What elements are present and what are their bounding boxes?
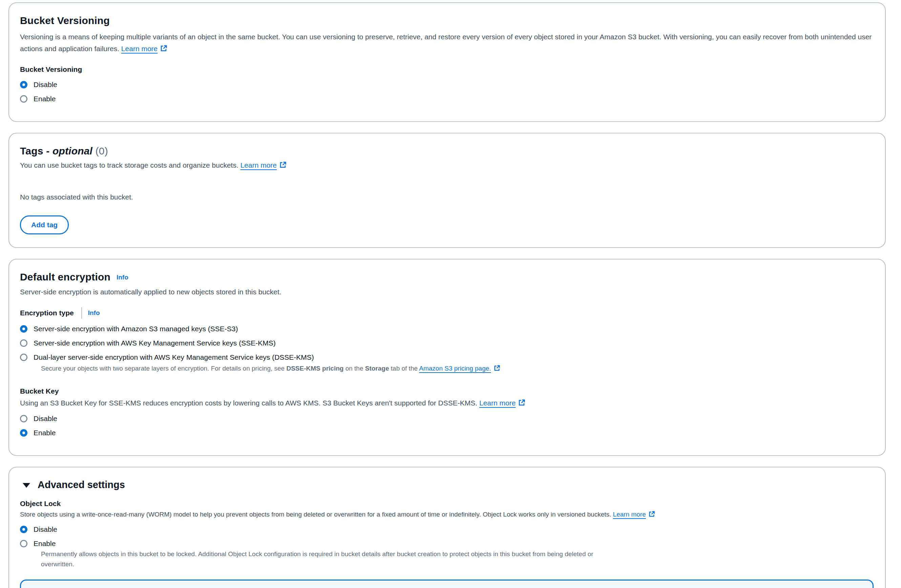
external-link-icon xyxy=(494,365,500,374)
bucket-versioning-section: Bucket Versioning Versioning is a means … xyxy=(8,2,886,122)
tags-description: You can use bucket tags to track storage… xyxy=(20,159,874,172)
add-tag-button[interactable]: Add tag xyxy=(20,215,69,234)
bucket-versioning-enable-option[interactable]: Enable xyxy=(20,94,874,104)
bucket-versioning-title: Bucket Versioning xyxy=(20,14,874,27)
radio-checked-icon[interactable] xyxy=(20,325,27,332)
dsse-kms-description: Secure your objects with two separate la… xyxy=(41,363,874,374)
encryption-type-sse-s3-option[interactable]: Server-side encryption with Amazon S3 ma… xyxy=(20,324,874,334)
object-lock-disable-option[interactable]: Disable xyxy=(20,525,874,534)
label-divider xyxy=(81,307,82,319)
storage-tab-bold: Storage xyxy=(365,365,389,372)
object-lock-learn-more-link[interactable]: Learn more xyxy=(613,511,655,518)
object-lock-info-alert: Object Lock works only in versioned buck… xyxy=(20,580,874,588)
radio-checked-icon[interactable] xyxy=(20,81,27,88)
bucket-key-disable-option[interactable]: Disable xyxy=(20,414,874,423)
encryption-type-sse-kms-option[interactable]: Server-side encryption with AWS Key Mana… xyxy=(20,338,874,348)
collapse-caret-icon[interactable] xyxy=(23,483,30,488)
radio-unchecked-icon[interactable] xyxy=(20,354,27,361)
advanced-settings-section: Advanced settings Object Lock Store obje… xyxy=(8,467,886,588)
object-lock-radio-group: Disable Enable Permanently allows object… xyxy=(20,525,874,569)
object-lock-description-text: Store objects using a write-once-read-ma… xyxy=(20,511,611,518)
bucket-key-description: Using an S3 Bucket Key for SSE-KMS reduc… xyxy=(20,397,874,410)
bucket-key-radio-group: Disable Enable xyxy=(20,414,874,438)
advanced-settings-header[interactable]: Advanced settings xyxy=(20,478,874,491)
encryption-type-radio-group: Server-side encryption with Amazon S3 ma… xyxy=(20,324,874,374)
object-lock-enable-option[interactable]: Enable xyxy=(20,539,874,548)
radio-unchecked-icon[interactable] xyxy=(20,95,27,103)
encryption-type-dsse-kms-option[interactable]: Dual-layer server-side encryption with A… xyxy=(20,352,874,362)
encryption-type-label-row: Encryption type Info xyxy=(20,307,874,319)
bucket-key-enable-option[interactable]: Enable xyxy=(20,428,874,438)
object-lock-label: Object Lock xyxy=(20,499,874,509)
object-lock-description: Store objects using a write-once-read-ma… xyxy=(20,509,874,521)
tags-title-optional: optional xyxy=(53,145,92,156)
bucket-key-learn-more-link[interactable]: Learn more xyxy=(479,399,525,407)
tags-counter: (0) xyxy=(95,145,108,156)
radio-unchecked-icon[interactable] xyxy=(20,339,27,347)
advanced-settings-title: Advanced settings xyxy=(37,478,125,491)
external-link-icon xyxy=(160,44,167,56)
external-link-icon xyxy=(518,398,525,410)
radio-unchecked-icon[interactable] xyxy=(20,415,27,423)
tags-empty-text: No tags associated with this bucket. xyxy=(20,192,874,202)
bucket-key-label: Bucket Key xyxy=(20,386,874,396)
encryption-type-label: Encryption type xyxy=(20,308,74,318)
encryption-type-info-link[interactable]: Info xyxy=(88,309,100,317)
tags-learn-more-link[interactable]: Learn more xyxy=(240,161,287,169)
bucket-versioning-learn-more-link[interactable]: Learn more xyxy=(121,45,167,53)
bucket-versioning-disable-option[interactable]: Disable xyxy=(20,80,874,89)
default-encryption-info-link[interactable]: Info xyxy=(117,274,128,281)
external-link-icon xyxy=(279,160,287,172)
s3-pricing-page-link[interactable]: Amazon S3 pricing page. xyxy=(419,365,500,372)
tags-description-text: You can use bucket tags to track storage… xyxy=(20,161,238,169)
default-encryption-section: Default encryptionInfo Server-side encry… xyxy=(8,259,886,456)
tags-title: Tags - optional (0) xyxy=(20,144,874,158)
default-encryption-description: Server-side encryption is automatically … xyxy=(20,286,874,298)
bucket-versioning-field-label: Bucket Versioning xyxy=(20,64,874,75)
bucket-versioning-description: Versioning is a means of keeping multipl… xyxy=(20,31,874,56)
object-lock-enable-description: Permanently allows objects in this bucke… xyxy=(41,549,610,569)
default-encryption-heading: Default encryptionInfo xyxy=(20,270,874,284)
radio-checked-icon[interactable] xyxy=(20,429,27,437)
radio-unchecked-icon[interactable] xyxy=(20,540,27,547)
tags-section: Tags - optional (0) You can use bucket t… xyxy=(8,133,886,248)
external-link-icon xyxy=(648,510,655,521)
radio-checked-icon[interactable] xyxy=(20,526,27,533)
default-encryption-title: Default encryption xyxy=(20,271,111,282)
dsse-pricing-bold: DSSE-KMS pricing xyxy=(286,365,343,372)
bucket-key-description-text: Using an S3 Bucket Key for SSE-KMS reduc… xyxy=(20,399,477,407)
create-bucket-settings-page: Bucket Versioning Versioning is a means … xyxy=(0,0,901,588)
bucket-versioning-radio-group: Disable Enable xyxy=(20,80,874,104)
